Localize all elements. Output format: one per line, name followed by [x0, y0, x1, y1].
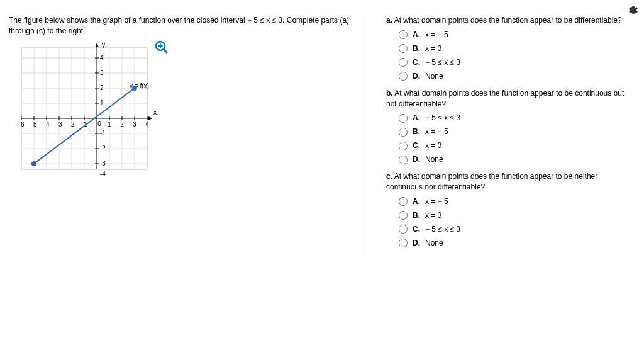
- answer-panel: a. At what domain points does the functi…: [367, 15, 635, 255]
- question-c-text: At what domain points does the function …: [386, 172, 597, 191]
- question-a-text: At what domain points does the function …: [394, 16, 622, 25]
- question-c-label: c.: [386, 172, 392, 181]
- radio-c-B[interactable]: [399, 211, 408, 220]
- svg-text:-3: -3: [57, 121, 62, 128]
- radio-b-A[interactable]: [399, 114, 408, 123]
- radio-c-C[interactable]: [399, 225, 408, 234]
- radio-b-C[interactable]: [399, 142, 408, 150]
- option-c-B[interactable]: B. x = 3: [399, 209, 629, 222]
- radio-a-D[interactable]: [399, 72, 408, 81]
- svg-text:2: 2: [100, 84, 104, 91]
- radio-b-B[interactable]: [399, 128, 408, 137]
- svg-text:-3: -3: [100, 160, 106, 167]
- svg-text:1: 1: [108, 121, 111, 128]
- radio-a-C[interactable]: [399, 58, 408, 67]
- svg-text:-1: -1: [100, 130, 106, 137]
- svg-marker-17: [148, 116, 152, 120]
- svg-text:1: 1: [100, 99, 104, 106]
- svg-point-57: [31, 161, 36, 166]
- svg-text:-5: -5: [31, 121, 37, 128]
- svg-line-60: [164, 49, 167, 53]
- option-b-D[interactable]: D. None: [399, 153, 629, 166]
- question-a-label: a.: [386, 16, 392, 25]
- function-graph: -6 -5 -4 -3 -2 -1 0 1 2 3 4 4 3 2 1: [15, 40, 166, 179]
- option-b-B[interactable]: B. x = − 5: [399, 125, 629, 139]
- option-a-A[interactable]: A. x = − 5: [399, 28, 629, 42]
- svg-text:0: 0: [97, 120, 101, 127]
- svg-text:3: 3: [100, 69, 104, 76]
- question-b-label: b.: [386, 89, 393, 98]
- svg-text:-4: -4: [44, 121, 50, 128]
- option-c-D[interactable]: D. None: [399, 237, 629, 250]
- x-axis-label: x: [153, 109, 157, 116]
- option-b-A[interactable]: A. − 5 ≤ x ≤ 3: [399, 111, 629, 125]
- option-a-D[interactable]: D. None: [399, 70, 629, 83]
- option-a-B[interactable]: B. x = 3: [399, 42, 629, 55]
- question-b-text: At what domain points does the function …: [386, 89, 624, 108]
- svg-text:3: 3: [133, 121, 136, 128]
- radio-c-D[interactable]: [399, 239, 408, 247]
- svg-text:-2: -2: [100, 145, 106, 152]
- y-axis-label: y: [102, 42, 105, 48]
- graph-panel: -6 -5 -4 -3 -2 -1 0 1 2 3 4 4 3 2 1: [15, 40, 179, 204]
- radio-b-D[interactable]: [399, 156, 408, 164]
- svg-text:-6: -6: [19, 121, 25, 128]
- radio-a-A[interactable]: [399, 30, 408, 39]
- option-a-C[interactable]: C. − 5 ≤ x ≤ 3: [399, 56, 629, 69]
- question-a: a. At what domain points does the functi…: [386, 15, 629, 83]
- question-prompt-panel: The figure below shows the graph of a fu…: [9, 15, 367, 255]
- option-c-A[interactable]: A. x = − 5: [399, 195, 629, 208]
- prompt-text: The figure below shows the graph of a fu…: [9, 15, 360, 37]
- question-b: b. At what domain points does the functi…: [386, 88, 629, 167]
- svg-text:-4: -4: [100, 171, 106, 178]
- gear-icon[interactable]: [628, 5, 638, 15]
- zoom-in-icon[interactable]: [155, 40, 169, 54]
- option-b-C[interactable]: C. x = 3: [399, 139, 629, 152]
- svg-text:2: 2: [120, 121, 124, 128]
- radio-a-B[interactable]: [399, 44, 408, 53]
- question-c: c. At what domain points does the functi…: [386, 171, 629, 250]
- svg-text:-2: -2: [69, 121, 75, 128]
- option-c-C[interactable]: C. − 5 ≤ x ≤ 3: [399, 223, 629, 236]
- svg-marker-19: [95, 43, 99, 47]
- svg-text:4: 4: [100, 54, 104, 61]
- radio-c-A[interactable]: [399, 197, 408, 206]
- svg-point-58: [132, 86, 137, 91]
- svg-text:4: 4: [145, 121, 149, 128]
